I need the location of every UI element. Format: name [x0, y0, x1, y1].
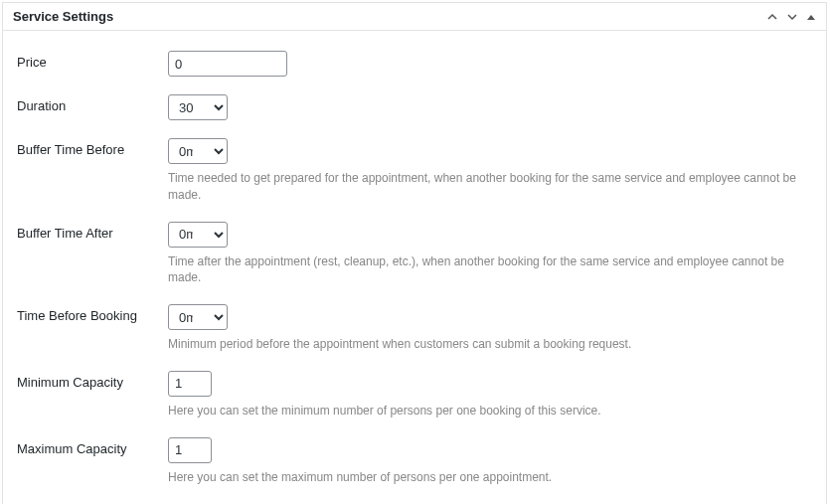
help-time-before-booking: Minimum period before the appointment wh… [168, 336, 812, 353]
label-buffer-after: Buffer Time After [17, 222, 168, 241]
service-settings-panel: Service Settings Price Duration 30m [2, 2, 827, 504]
label-time-before-booking: Time Before Booking [17, 304, 168, 323]
panel-body: Price Duration 30m Buffer Time Before 0m… [3, 31, 826, 504]
row-buffer-after: Buffer Time After 0m Time after the appo… [17, 222, 812, 287]
help-buffer-after: Time after the appointment (rest, cleanu… [168, 253, 812, 287]
help-max-capacity: Here you can set the maximum number of p… [168, 469, 812, 486]
max-capacity-input[interactable] [168, 437, 212, 463]
row-price: Price [17, 51, 812, 77]
panel-header-controls [766, 11, 816, 23]
price-input[interactable] [168, 51, 287, 77]
min-capacity-input[interactable] [168, 371, 212, 397]
duration-select[interactable]: 30m [168, 94, 228, 120]
label-max-capacity: Maximum Capacity [17, 437, 168, 456]
time-before-booking-select[interactable]: 0m [168, 304, 228, 330]
chevron-down-icon[interactable] [786, 11, 798, 23]
row-max-capacity: Maximum Capacity Here you can set the ma… [17, 437, 812, 486]
panel-header: Service Settings [3, 3, 826, 31]
triangle-up-icon[interactable] [806, 12, 816, 22]
label-price: Price [17, 51, 168, 70]
help-buffer-before: Time needed to get prepared for the appo… [168, 170, 812, 204]
label-buffer-before: Buffer Time Before [17, 138, 168, 157]
chevron-up-icon[interactable] [766, 11, 778, 23]
buffer-before-select[interactable]: 0m [168, 138, 228, 164]
buffer-after-select[interactable]: 0m [168, 222, 228, 248]
panel-title: Service Settings [13, 9, 113, 24]
row-buffer-before: Buffer Time Before 0m Time needed to get… [17, 138, 812, 204]
help-min-capacity: Here you can set the minimum number of p… [168, 403, 812, 420]
label-min-capacity: Minimum Capacity [17, 371, 168, 390]
label-duration: Duration [17, 94, 168, 113]
row-time-before-booking: Time Before Booking 0m Minimum period be… [17, 304, 812, 353]
row-min-capacity: Minimum Capacity Here you can set the mi… [17, 371, 812, 420]
row-duration: Duration 30m [17, 94, 812, 120]
